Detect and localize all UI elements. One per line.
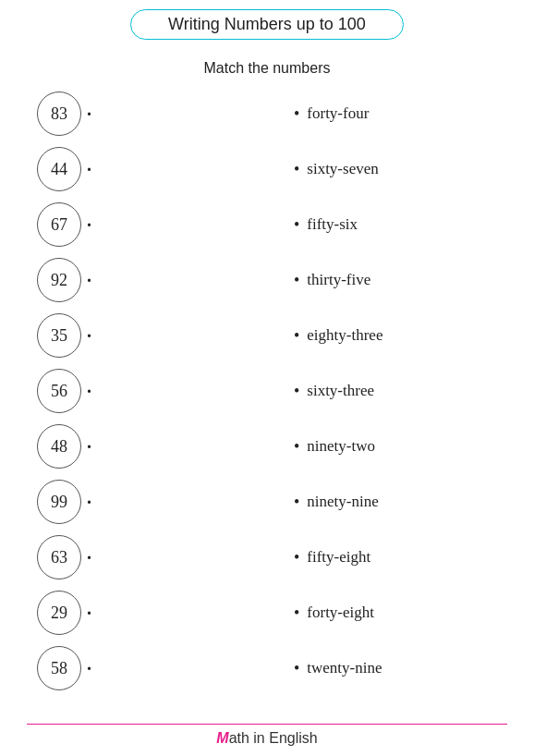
left-side: 48 · xyxy=(37,424,240,469)
number-circle: 83 xyxy=(37,91,81,136)
number-circle: 48 xyxy=(37,424,81,469)
match-row: 56 · • sixty-three xyxy=(37,363,497,419)
left-side: 99 · xyxy=(37,480,240,524)
right-side: • sixty-seven xyxy=(294,160,497,179)
word-label: ninety-two xyxy=(307,437,375,456)
left-dot: · xyxy=(87,547,91,568)
right-side: • twenty-nine xyxy=(294,659,497,678)
left-side: 44 · xyxy=(37,147,240,191)
brand-m-letter: M xyxy=(216,730,228,746)
footer: Math in English xyxy=(0,724,534,747)
word-label: fifty-eight xyxy=(307,548,370,567)
left-side: 35 · xyxy=(37,313,240,358)
right-side: • thirty-five xyxy=(294,271,497,290)
brand-rest: ath in English xyxy=(229,730,318,746)
word-label: thirty-five xyxy=(307,271,370,289)
right-side: • eighty-three xyxy=(294,326,497,346)
right-side: • sixty-three xyxy=(294,382,497,401)
word-label: twenty-nine xyxy=(307,659,382,677)
match-row: 99 · • ninety-nine xyxy=(37,474,497,530)
right-side: • forty-four xyxy=(294,104,497,124)
number-circle: 56 xyxy=(37,369,81,413)
right-side: • ninety-nine xyxy=(294,493,497,512)
left-side: 56 · xyxy=(37,369,240,413)
footer-brand: Math in English xyxy=(216,730,317,747)
bullet: • xyxy=(294,382,299,401)
title-box: Writing Numbers up to 100 xyxy=(130,9,404,40)
bullet: • xyxy=(294,215,299,235)
left-dot: · xyxy=(87,214,91,236)
number-circle: 29 xyxy=(37,591,81,635)
number-circle: 67 xyxy=(37,202,81,247)
number-circle: 44 xyxy=(37,147,81,191)
left-dot: · xyxy=(87,436,91,457)
word-label: eighty-three xyxy=(307,326,382,345)
number-circle: 99 xyxy=(37,480,81,524)
match-row: 63 · • fifty-eight xyxy=(37,530,497,585)
bullet: • xyxy=(294,604,299,623)
number-circle: 63 xyxy=(37,535,81,579)
page: Writing Numbers up to 100 Match the numb… xyxy=(0,0,534,756)
bullet: • xyxy=(294,104,299,124)
bullet: • xyxy=(294,160,299,179)
word-label: fifty-six xyxy=(307,215,358,234)
bullet: • xyxy=(294,659,299,678)
left-side: 58 · xyxy=(37,646,240,690)
footer-divider xyxy=(27,724,507,725)
match-row: 29 · • forty-eight xyxy=(37,585,497,640)
number-circle: 35 xyxy=(37,313,81,358)
match-row: 35 · • eighty-three xyxy=(37,308,497,363)
match-row: 58 · • twenty-nine xyxy=(37,640,497,696)
word-label: ninety-nine xyxy=(307,493,378,511)
right-side: • fifty-six xyxy=(294,215,497,235)
bullet: • xyxy=(294,271,299,290)
number-circle: 58 xyxy=(37,646,81,690)
right-side: • forty-eight xyxy=(294,604,497,623)
left-dot: · xyxy=(87,381,91,402)
right-side: • ninety-two xyxy=(294,437,497,457)
left-side: 29 · xyxy=(37,591,240,635)
left-dot: · xyxy=(87,159,91,180)
page-title: Writing Numbers up to 100 xyxy=(168,15,366,33)
left-dot: · xyxy=(87,325,91,347)
match-row: 48 · • ninety-two xyxy=(37,419,497,474)
left-side: 83 · xyxy=(37,91,240,136)
word-label: forty-four xyxy=(307,104,369,123)
number-circle: 92 xyxy=(37,258,81,302)
match-row: 92 · • thirty-five xyxy=(37,252,497,308)
bullet: • xyxy=(294,437,299,457)
left-side: 63 · xyxy=(37,535,240,579)
bullet: • xyxy=(294,548,299,567)
match-container: 83 · • forty-four 44 · • sixty-seven 67 … xyxy=(0,86,534,696)
word-label: sixty-seven xyxy=(307,160,378,178)
left-dot: · xyxy=(87,603,91,624)
word-label: sixty-three xyxy=(307,382,374,400)
left-dot: · xyxy=(87,270,91,291)
match-row: 44 · • sixty-seven xyxy=(37,141,497,197)
word-label: forty-eight xyxy=(307,604,374,622)
right-side: • fifty-eight xyxy=(294,548,497,567)
subtitle: Match the numbers xyxy=(204,60,331,77)
left-dot: · xyxy=(87,104,91,125)
left-side: 67 · xyxy=(37,202,240,247)
left-side: 92 · xyxy=(37,258,240,302)
left-dot: · xyxy=(87,658,91,679)
bullet: • xyxy=(294,493,299,512)
match-row: 67 · • fifty-six xyxy=(37,197,497,252)
left-dot: · xyxy=(87,492,91,513)
match-row: 83 · • forty-four xyxy=(37,86,497,141)
bullet: • xyxy=(294,326,299,346)
